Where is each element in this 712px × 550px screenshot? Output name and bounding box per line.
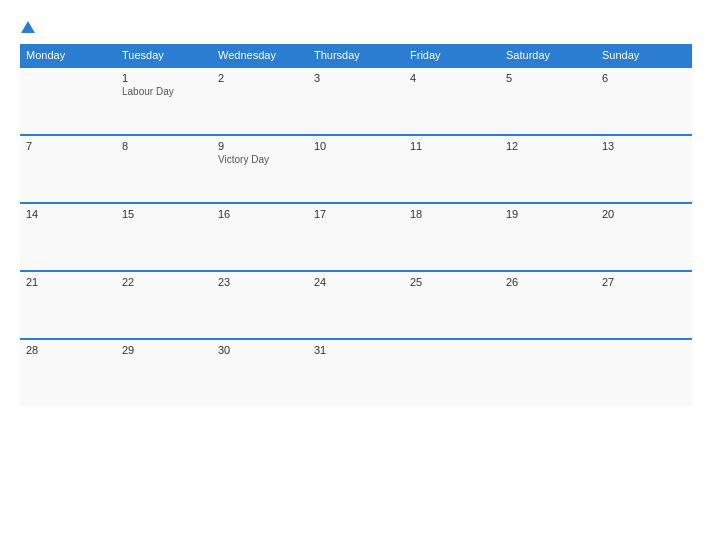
calendar-cell: 27 (596, 271, 692, 339)
day-number: 3 (314, 72, 398, 84)
calendar-cell: 12 (500, 135, 596, 203)
day-number: 17 (314, 208, 398, 220)
calendar-cell: 25 (404, 271, 500, 339)
weekday-header-row: MondayTuesdayWednesdayThursdayFridaySatu… (20, 44, 692, 67)
calendar-cell: 28 (20, 339, 116, 407)
day-number: 24 (314, 276, 398, 288)
logo-triangle-icon (21, 21, 35, 33)
day-number: 21 (26, 276, 110, 288)
calendar-cell: 1Labour Day (116, 67, 212, 135)
day-number: 20 (602, 208, 686, 220)
day-number: 31 (314, 344, 398, 356)
calendar-cell: 14 (20, 203, 116, 271)
day-number: 14 (26, 208, 110, 220)
weekday-header-sunday: Sunday (596, 44, 692, 67)
day-number: 1 (122, 72, 206, 84)
day-number: 5 (506, 72, 590, 84)
day-number: 22 (122, 276, 206, 288)
holiday-label: Labour Day (122, 86, 206, 97)
day-number: 16 (218, 208, 302, 220)
calendar-cell: 20 (596, 203, 692, 271)
day-number: 6 (602, 72, 686, 84)
calendar-cell: 17 (308, 203, 404, 271)
calendar-cell: 15 (116, 203, 212, 271)
week-row-5: 28293031 (20, 339, 692, 407)
calendar-cell: 8 (116, 135, 212, 203)
calendar-cell: 6 (596, 67, 692, 135)
calendar-page: MondayTuesdayWednesdayThursdayFridaySatu… (0, 0, 712, 550)
day-number: 26 (506, 276, 590, 288)
day-number: 2 (218, 72, 302, 84)
holiday-label: Victory Day (218, 154, 302, 165)
calendar-cell: 11 (404, 135, 500, 203)
calendar-body: 1Labour Day23456789Victory Day1011121314… (20, 67, 692, 407)
weekday-header-friday: Friday (404, 44, 500, 67)
day-number: 28 (26, 344, 110, 356)
week-row-1: 1Labour Day23456 (20, 67, 692, 135)
calendar-cell: 30 (212, 339, 308, 407)
weekday-header-tuesday: Tuesday (116, 44, 212, 67)
calendar-cell: 2 (212, 67, 308, 135)
calendar-header: MondayTuesdayWednesdayThursdayFridaySatu… (20, 44, 692, 67)
day-number: 15 (122, 208, 206, 220)
day-number: 30 (218, 344, 302, 356)
weekday-header-saturday: Saturday (500, 44, 596, 67)
day-number: 9 (218, 140, 302, 152)
week-row-4: 21222324252627 (20, 271, 692, 339)
day-number: 29 (122, 344, 206, 356)
calendar-cell: 29 (116, 339, 212, 407)
weekday-header-monday: Monday (20, 44, 116, 67)
day-number: 13 (602, 140, 686, 152)
calendar-cell: 19 (500, 203, 596, 271)
calendar-cell (596, 339, 692, 407)
calendar-cell: 4 (404, 67, 500, 135)
calendar-table: MondayTuesdayWednesdayThursdayFridaySatu… (20, 44, 692, 407)
day-number: 11 (410, 140, 494, 152)
day-number: 10 (314, 140, 398, 152)
day-number: 8 (122, 140, 206, 152)
calendar-cell: 3 (308, 67, 404, 135)
calendar-cell: 21 (20, 271, 116, 339)
day-number: 27 (602, 276, 686, 288)
day-number: 19 (506, 208, 590, 220)
weekday-header-thursday: Thursday (308, 44, 404, 67)
day-number: 18 (410, 208, 494, 220)
header (20, 18, 692, 34)
day-number: 12 (506, 140, 590, 152)
calendar-cell: 10 (308, 135, 404, 203)
week-row-2: 789Victory Day10111213 (20, 135, 692, 203)
calendar-cell (20, 67, 116, 135)
calendar-cell: 23 (212, 271, 308, 339)
calendar-cell: 16 (212, 203, 308, 271)
week-row-3: 14151617181920 (20, 203, 692, 271)
logo (20, 18, 35, 34)
calendar-cell: 7 (20, 135, 116, 203)
calendar-cell: 31 (308, 339, 404, 407)
calendar-cell: 13 (596, 135, 692, 203)
calendar-cell: 24 (308, 271, 404, 339)
calendar-cell: 22 (116, 271, 212, 339)
calendar-cell: 26 (500, 271, 596, 339)
calendar-cell: 9Victory Day (212, 135, 308, 203)
calendar-cell: 18 (404, 203, 500, 271)
day-number: 7 (26, 140, 110, 152)
day-number: 25 (410, 276, 494, 288)
day-number: 23 (218, 276, 302, 288)
calendar-cell: 5 (500, 67, 596, 135)
day-number: 4 (410, 72, 494, 84)
calendar-cell (404, 339, 500, 407)
weekday-header-wednesday: Wednesday (212, 44, 308, 67)
calendar-cell (500, 339, 596, 407)
